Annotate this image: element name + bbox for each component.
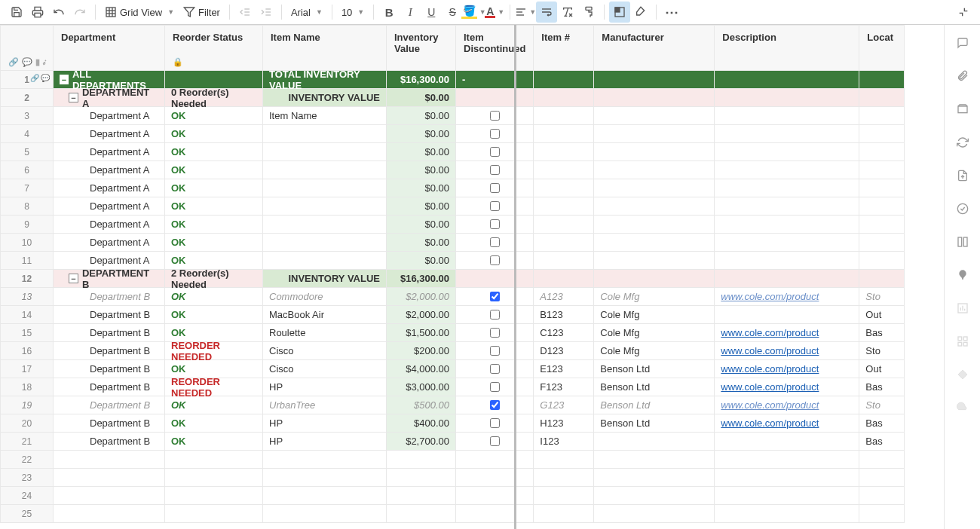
rail-diamond-button[interactable] <box>954 365 972 384</box>
discontinued-checkbox[interactable] <box>490 436 500 446</box>
table-row[interactable]: 8 Department A OK $0.00 <box>1 197 905 216</box>
row-number[interactable]: 14 <box>1 306 54 324</box>
row-number[interactable]: 19 <box>1 396 54 414</box>
rail-apps-button[interactable] <box>954 332 972 350</box>
clear-format-button[interactable] <box>557 2 578 23</box>
header-item-discontinued[interactable]: Item Discontinued <box>456 26 534 71</box>
attachments-button[interactable] <box>954 67 972 85</box>
table-row[interactable]: 24 <box>1 487 905 505</box>
print-button[interactable] <box>27 2 48 23</box>
description-link[interactable]: www.cole.com/product <box>721 345 819 356</box>
header-location[interactable]: Locat <box>859 26 905 71</box>
discontinued-checkbox[interactable] <box>490 129 500 139</box>
header-item-name[interactable]: Item Name <box>263 26 387 71</box>
discontinued-checkbox[interactable] <box>490 400 500 410</box>
rownum-header[interactable]: 🔗 💬 ▮ 𝒾 <box>1 26 54 71</box>
save-button[interactable] <box>6 2 27 23</box>
row-number[interactable]: 24 <box>1 487 54 505</box>
table-row[interactable]: 5 Department A OK $0.00 <box>1 143 905 161</box>
collapse-icon[interactable]: − <box>69 274 78 283</box>
strikethrough-button[interactable]: S <box>442 2 463 23</box>
collapse-toolbar-button[interactable] <box>953 2 974 23</box>
align-button[interactable]: ▼ <box>515 2 536 23</box>
bold-button[interactable]: B <box>378 2 400 23</box>
row-number[interactable]: 23 <box>1 469 54 487</box>
row-number[interactable]: 11 <box>1 252 54 270</box>
table-row[interactable]: 3 Department A OK Item Name $0.00 <box>1 107 905 125</box>
italic-button[interactable]: I <box>400 2 421 23</box>
row-dept-a-header[interactable]: 2 −DEPARTMENT A 0 Reorder(s) Needed INVE… <box>1 89 905 107</box>
grid-area[interactable]: 🔗 💬 ▮ 𝒾 Department Reorder Status🔒 Item … <box>0 25 944 529</box>
table-row[interactable]: 13 Department B OK Commodore $2,000.00 A… <box>1 288 905 306</box>
row-number[interactable]: 13 <box>1 288 54 306</box>
table-row[interactable]: 4 Department A OK $0.00 <box>1 125 905 143</box>
header-reorder-status[interactable]: Reorder Status🔒 <box>165 26 263 71</box>
description-link[interactable]: www.cole.com/product <box>721 399 819 411</box>
filter-button[interactable]: Filter <box>179 2 225 23</box>
row-number[interactable]: 10 <box>1 234 54 252</box>
font-dropdown[interactable]: Arial ▼ <box>286 2 327 23</box>
row-number[interactable]: 17 <box>1 360 54 378</box>
indent-button[interactable] <box>256 2 277 23</box>
summary-button[interactable] <box>954 233 972 251</box>
row-number[interactable]: 16 <box>1 342 54 360</box>
fill-color-button[interactable]: 🪣▼ <box>463 2 484 23</box>
discontinued-checkbox[interactable] <box>490 418 500 428</box>
row-number[interactable]: 18 <box>1 378 54 396</box>
table-row[interactable]: 23 <box>1 469 905 487</box>
table-row[interactable]: 14 Department B OK MacBook Air $2,000.00… <box>1 306 905 324</box>
table-row[interactable]: 16 Department B REORDER NEEDED Cisco $20… <box>1 342 905 360</box>
description-link[interactable]: www.cole.com/product <box>721 363 819 375</box>
row-number[interactable]: 4 <box>1 125 54 143</box>
row-number[interactable]: 7 <box>1 179 54 197</box>
discontinued-checkbox[interactable] <box>490 346 500 356</box>
row-number[interactable]: 25 <box>1 505 54 523</box>
table-row[interactable]: 20 Department B OK HP $400.00 H123 Benso… <box>1 414 905 433</box>
description-link[interactable]: www.cole.com/product <box>721 417 819 429</box>
conversations-button[interactable] <box>954 34 972 52</box>
proofs-button[interactable] <box>954 100 972 118</box>
table-row[interactable]: 19 Department B OK UrbanTree $500.00 G12… <box>1 396 905 414</box>
row-number[interactable]: 9 <box>1 216 54 234</box>
discontinued-checkbox[interactable] <box>490 328 500 338</box>
undo-button[interactable] <box>48 2 69 23</box>
description-link[interactable]: www.cole.com/product <box>721 327 819 338</box>
text-color-button[interactable]: A▼ <box>484 2 505 23</box>
row-number[interactable]: 12 <box>1 270 54 288</box>
cond-format-button[interactable] <box>609 2 630 23</box>
underline-button[interactable]: U <box>421 2 442 23</box>
table-row[interactable]: 21 Department B OK HP $2,700.00 I123 Bas <box>1 433 905 451</box>
discontinued-checkbox[interactable] <box>490 111 500 121</box>
discontinued-checkbox[interactable] <box>490 382 500 392</box>
header-item-num[interactable]: Item # <box>534 26 594 71</box>
row-number[interactable]: 1🔗💬 <box>1 71 54 89</box>
rail-cloud-button[interactable] <box>954 399 972 417</box>
discontinued-checkbox[interactable] <box>490 237 500 247</box>
wrap-button[interactable] <box>536 2 557 23</box>
discontinued-checkbox[interactable] <box>490 292 500 301</box>
row-number[interactable]: 22 <box>1 451 54 469</box>
activity-button[interactable] <box>954 200 972 218</box>
row-number[interactable]: 5 <box>1 143 54 161</box>
row-number[interactable]: 8 <box>1 197 54 216</box>
outdent-button[interactable] <box>234 2 256 23</box>
discontinued-checkbox[interactable] <box>490 364 500 374</box>
table-row[interactable]: 6 Department A OK $0.00 <box>1 161 905 179</box>
discontinued-checkbox[interactable] <box>490 183 500 193</box>
table-row[interactable]: 17 Department B OK Cisco $4,000.00 E123 … <box>1 360 905 378</box>
fontsize-dropdown[interactable]: 10 ▼ <box>337 2 369 23</box>
table-row[interactable]: 22 <box>1 451 905 469</box>
discontinued-checkbox[interactable] <box>490 147 500 157</box>
description-link[interactable]: www.cole.com/product <box>721 381 819 393</box>
brandfolder-button[interactable] <box>954 266 972 284</box>
table-row[interactable]: 18 Department B REORDER NEEDED HP $3,000… <box>1 378 905 396</box>
redo-button[interactable] <box>69 2 90 23</box>
header-department[interactable]: Department <box>54 26 165 71</box>
row-number[interactable]: 15 <box>1 324 54 342</box>
discontinued-checkbox[interactable] <box>490 310 500 320</box>
row-number[interactable]: 6 <box>1 161 54 179</box>
rail-chart-button[interactable] <box>954 299 972 317</box>
format-painter-button[interactable] <box>578 2 599 23</box>
description-link[interactable]: www.cole.com/product <box>721 291 819 302</box>
header-manufacturer[interactable]: Manufacturer <box>594 26 715 71</box>
